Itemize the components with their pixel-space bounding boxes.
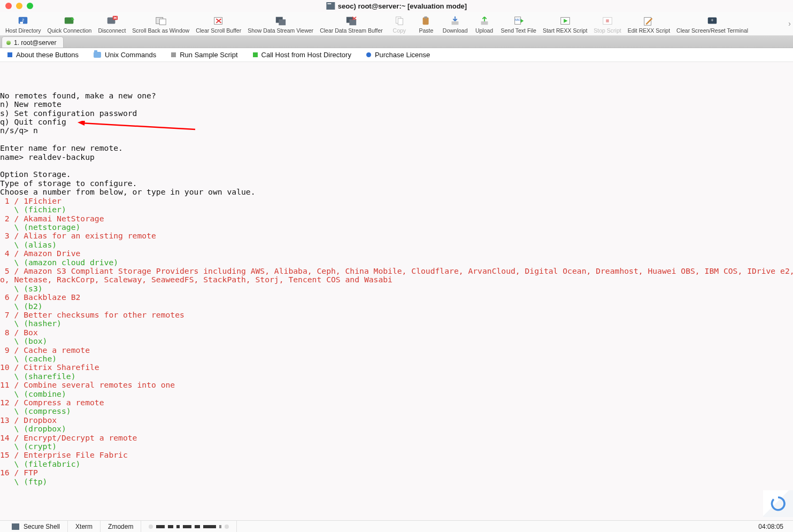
toolbar-label: Send Text File <box>501 27 536 34</box>
svg-rect-13 <box>349 19 356 25</box>
terminal-app-icon <box>326 2 335 10</box>
bullet-icon <box>366 52 371 57</box>
start-rexx-script-button[interactable]: Start REXX Script <box>540 16 590 35</box>
clear-screen-icon: + <box>706 16 719 26</box>
scroll-back-window-icon <box>155 16 167 26</box>
toolbar-label: Show Data Stream Viewer <box>248 27 313 34</box>
status-bar: Secure Shell Xterm Zmodem 04:08:05 <box>0 520 793 532</box>
svg-rect-25 <box>606 19 609 22</box>
disconnect-button[interactable]: Disconnect <box>95 16 129 35</box>
status-transfer: Zmodem <box>101 521 141 532</box>
scroll-back-window-button[interactable]: Scroll Back as Window <box>129 16 193 35</box>
quick-connection-icon <box>63 16 76 26</box>
buttonbar-label: About these Buttons <box>16 51 79 59</box>
clear-scroll-buffer-icon <box>212 16 225 26</box>
toolbar-label: Clear Screen/Reset Terminal <box>676 27 748 34</box>
toolbar-label: Copy <box>393 27 406 34</box>
session-tab-strip: 1. root@server <box>0 36 793 48</box>
session-tab-1[interactable]: 1. root@server <box>2 36 64 48</box>
stop-script-icon <box>601 16 614 26</box>
send-text-file-icon: ABC <box>512 16 525 26</box>
show-data-stream-viewer-button[interactable]: Show Data Stream Viewer <box>244 16 317 35</box>
status-term-label: Xterm <box>75 523 93 530</box>
show-data-stream-viewer-icon <box>274 16 287 26</box>
bullet-icon <box>171 52 176 57</box>
edit-rexx-script-button[interactable]: Edit REXX Script <box>625 16 673 35</box>
send-text-file-button[interactable]: ABCSend Text File <box>498 16 540 35</box>
main-toolbar: 2Host DirectoryQuick ConnectionDisconnec… <box>0 12 793 36</box>
clear-scroll-buffer-button[interactable]: Clear Scroll Buffer <box>193 16 244 35</box>
minimize-window-button[interactable] <box>16 3 22 9</box>
clear-data-stream-buffer-icon <box>345 16 358 26</box>
toolbar-label: Edit REXX Script <box>628 27 670 34</box>
terminal-text: No remotes found, make a new one? n) New… <box>0 91 793 486</box>
toolbar-label: Download <box>443 27 468 34</box>
status-clock: 04:08:05 <box>753 523 789 530</box>
buttonbar-label: Run Sample Script <box>180 51 237 59</box>
copy-icon <box>393 16 406 26</box>
buttonbar-label: Purchase License <box>375 51 430 59</box>
download-icon <box>449 16 461 26</box>
svg-rect-18 <box>452 21 459 25</box>
status-protocol: Secure Shell <box>4 521 68 532</box>
clear-data-stream-buffer-button[interactable]: Clear Data Stream Buffer <box>317 16 386 35</box>
start-rexx-script-icon <box>559 16 572 26</box>
buttonbar-label: Call Host from Host Directory <box>261 51 351 59</box>
toolbar-label: Quick Connection <box>48 27 92 34</box>
toolbar-label: Start REXX Script <box>543 27 587 34</box>
toolbar-overflow-arrow[interactable]: › <box>788 19 791 28</box>
session-status-icon <box>6 41 11 45</box>
disconnect-icon <box>105 16 118 26</box>
status-protocol-label: Secure Shell <box>24 523 60 530</box>
clear-screen-button[interactable]: +Clear Screen/Reset Terminal <box>673 16 751 35</box>
toolbar-label: Host Directory <box>5 27 41 34</box>
buttonbar-run-sample[interactable]: Run Sample Script <box>171 51 237 59</box>
status-indicators <box>141 521 237 532</box>
bullet-icon <box>7 52 12 57</box>
host-directory-icon: 2 <box>17 16 29 26</box>
upload-icon <box>478 16 491 26</box>
buttonbar-call-host[interactable]: Call Host from Host Directory <box>253 51 351 59</box>
buttonbar-unix[interactable]: Unix Commands <box>94 51 156 59</box>
svg-text:2: 2 <box>22 18 24 22</box>
toolbar-label: Clear Scroll Buffer <box>196 27 241 34</box>
upload-button[interactable]: Upload <box>471 16 498 35</box>
toolbar-label: Clear Data Stream Buffer <box>320 27 383 34</box>
toolbar-label: Scroll Back as Window <box>132 27 189 34</box>
quick-connection-button[interactable]: Quick Connection <box>44 16 95 35</box>
paste-icon <box>420 16 433 26</box>
button-bar: About these ButtonsUnix CommandsRun Samp… <box>0 48 793 62</box>
edit-rexx-script-icon <box>642 16 655 26</box>
close-window-button[interactable] <box>5 3 12 9</box>
host-directory-button[interactable]: 2Host Directory <box>2 16 44 35</box>
download-button[interactable]: Download <box>440 16 471 35</box>
status-term: Xterm <box>68 521 101 532</box>
status-transfer-label: Zmodem <box>108 523 133 530</box>
status-clock-label: 04:08:05 <box>758 523 783 530</box>
svg-rect-16 <box>422 18 428 25</box>
toolbar-label: Disconnect <box>98 27 126 34</box>
toolbar-label: Paste <box>419 27 433 34</box>
bullet-icon <box>253 52 258 57</box>
svg-rect-15 <box>398 18 403 25</box>
copy-button: Copy <box>386 16 413 35</box>
paste-button[interactable]: Paste <box>413 16 440 35</box>
window-title: seoc) root@server:~ [evaluation mode] <box>326 2 467 10</box>
buttonbar-label: Unix Commands <box>105 51 156 59</box>
svg-text:+: + <box>711 18 713 23</box>
svg-rect-8 <box>159 19 166 25</box>
traffic-lights <box>0 3 33 9</box>
toolbar-label: Stop Script <box>594 27 621 34</box>
terminal-output[interactable]: No remotes found, make a new one? n) New… <box>0 62 793 486</box>
window-title-text: seoc) root@server:~ [evaluation mode] <box>338 2 467 10</box>
svg-rect-17 <box>424 17 427 19</box>
stop-script-button: Stop Script <box>590 16 624 35</box>
window-titlebar: seoc) root@server:~ [evaluation mode] <box>0 0 793 12</box>
buttonbar-purchase[interactable]: Purchase License <box>366 51 430 59</box>
terminal-status-icon <box>12 523 19 530</box>
svg-text:ABC: ABC <box>514 18 520 21</box>
buttonbar-about[interactable]: About these Buttons <box>7 51 79 59</box>
zoom-window-button[interactable] <box>27 3 33 9</box>
svg-rect-19 <box>481 21 488 25</box>
folder-icon <box>94 52 101 58</box>
